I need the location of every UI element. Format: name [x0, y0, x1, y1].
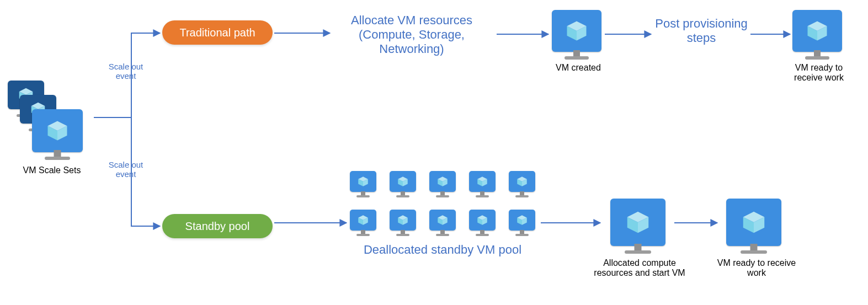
traditional-path-pill: Traditional path	[162, 20, 273, 45]
standby-vm-icon	[390, 210, 416, 236]
vm-ready-top-icon	[792, 10, 842, 60]
allocated-vm-label: Allocated compute resources and start VM	[593, 258, 686, 278]
scale-out-event-bottom: Scale out event	[104, 160, 148, 179]
allocated-vm-icon	[610, 199, 665, 254]
vm-ready-bottom-icon	[726, 199, 781, 254]
standby-vm-icon	[350, 210, 376, 236]
standby-vm-icon	[390, 171, 416, 197]
vm-created-icon	[552, 10, 601, 60]
standby-vm-icon	[509, 210, 535, 236]
allocate-label: Allocate VM resources (Compute, Storage,…	[334, 13, 489, 56]
diagram-canvas: VM Scale Sets Scale out event Scale out …	[0, 0, 868, 305]
vm-ready-top-label: VM ready to receive work	[780, 63, 858, 83]
standby-vm-icon	[509, 171, 535, 197]
post-provisioning-label: Post provisioning steps	[652, 17, 750, 45]
vm-scale-sets-label: VM Scale Sets	[13, 165, 90, 175]
vm-scale-set-icon-1	[32, 109, 83, 160]
scale-out-event-top: Scale out event	[104, 62, 148, 81]
standby-vm-icon	[469, 210, 496, 236]
standby-vm-icon	[350, 171, 376, 197]
standby-pool-label: Deallocated standby VM pool	[354, 243, 531, 257]
standby-vm-icon	[429, 210, 456, 236]
standby-vm-icon	[429, 171, 456, 197]
vm-ready-bottom-label: VM ready to receive work	[715, 258, 798, 278]
standby-vm-icon	[469, 171, 496, 197]
standby-pool-pill: Standby pool	[162, 214, 273, 238]
vm-created-label: VM created	[545, 63, 611, 73]
